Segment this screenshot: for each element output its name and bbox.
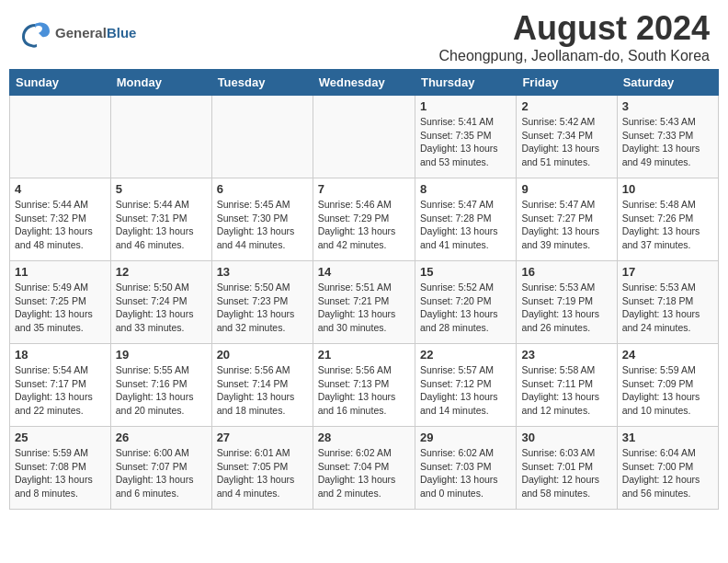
header-wednesday: Wednesday <box>313 70 415 96</box>
table-row: 14Sunrise: 5:51 AMSunset: 7:21 PMDayligh… <box>313 261 415 344</box>
day-info: Sunrise: 6:03 AMSunset: 7:01 PMDaylight:… <box>521 446 611 500</box>
day-info: Sunrise: 6:02 AMSunset: 7:03 PMDaylight:… <box>420 446 511 500</box>
table-row: 11Sunrise: 5:49 AMSunset: 7:25 PMDayligh… <box>10 261 111 344</box>
day-number: 3 <box>622 99 713 113</box>
day-number: 5 <box>116 182 207 196</box>
day-number: 9 <box>521 182 611 196</box>
day-info: Sunrise: 5:48 AMSunset: 7:26 PMDaylight:… <box>622 198 713 252</box>
day-info: Sunrise: 5:42 AMSunset: 7:34 PMDaylight:… <box>521 115 611 169</box>
day-number: 2 <box>521 99 611 113</box>
day-number: 10 <box>622 182 713 196</box>
day-info: Sunrise: 5:49 AMSunset: 7:25 PMDaylight:… <box>15 281 106 335</box>
day-info: Sunrise: 5:50 AMSunset: 7:23 PMDaylight:… <box>217 281 308 335</box>
table-row: 9Sunrise: 5:47 AMSunset: 7:27 PMDaylight… <box>517 178 617 261</box>
day-info: Sunrise: 5:44 AMSunset: 7:32 PMDaylight:… <box>15 198 106 252</box>
table-row <box>110 96 211 178</box>
day-number: 13 <box>217 265 308 279</box>
table-row: 18Sunrise: 5:54 AMSunset: 7:17 PMDayligh… <box>10 344 111 427</box>
table-row: 10Sunrise: 5:48 AMSunset: 7:26 PMDayligh… <box>617 178 718 261</box>
day-number: 25 <box>15 431 106 444</box>
table-row <box>313 96 415 178</box>
table-row: 13Sunrise: 5:50 AMSunset: 7:23 PMDayligh… <box>211 261 313 344</box>
table-row <box>211 96 313 178</box>
header-monday: Monday <box>110 70 211 96</box>
week-row-5: 25Sunrise: 5:59 AMSunset: 7:08 PMDayligh… <box>10 427 719 510</box>
header: GeneralBlue August 2024 Cheongpung, Jeol… <box>0 0 728 69</box>
table-row: 2Sunrise: 5:42 AMSunset: 7:34 PMDaylight… <box>517 96 617 178</box>
header-thursday: Thursday <box>415 70 516 96</box>
day-number: 17 <box>622 265 713 279</box>
day-info: Sunrise: 5:56 AMSunset: 7:14 PMDaylight:… <box>217 363 308 418</box>
table-row: 12Sunrise: 5:50 AMSunset: 7:24 PMDayligh… <box>110 261 211 344</box>
day-number: 15 <box>420 265 511 279</box>
day-info: Sunrise: 5:58 AMSunset: 7:11 PMDaylight:… <box>521 363 611 418</box>
main-title: August 2024 <box>439 9 710 48</box>
day-number: 16 <box>521 265 611 279</box>
logo-blue-text: Blue <box>107 25 137 40</box>
day-info: Sunrise: 5:53 AMSunset: 7:19 PMDaylight:… <box>521 281 611 335</box>
logo-general-text: General <box>55 25 107 40</box>
table-row <box>10 96 111 178</box>
day-number: 24 <box>622 348 713 362</box>
day-number: 26 <box>116 431 207 444</box>
day-number: 28 <box>318 431 410 444</box>
table-row: 4Sunrise: 5:44 AMSunset: 7:32 PMDaylight… <box>10 178 111 261</box>
day-number: 20 <box>217 348 308 362</box>
day-info: Sunrise: 5:57 AMSunset: 7:12 PMDaylight:… <box>420 363 511 418</box>
day-info: Sunrise: 5:44 AMSunset: 7:31 PMDaylight:… <box>116 198 207 252</box>
day-info: Sunrise: 5:43 AMSunset: 7:33 PMDaylight:… <box>622 115 713 169</box>
title-section: August 2024 Cheongpung, Jeollanam-do, So… <box>439 9 710 64</box>
week-row-3: 11Sunrise: 5:49 AMSunset: 7:25 PMDayligh… <box>10 261 719 344</box>
day-info: Sunrise: 6:01 AMSunset: 7:05 PMDaylight:… <box>217 446 308 500</box>
table-row: 17Sunrise: 5:53 AMSunset: 7:18 PMDayligh… <box>617 261 718 344</box>
day-info: Sunrise: 5:51 AMSunset: 7:21 PMDaylight:… <box>318 281 410 335</box>
day-number: 14 <box>318 265 410 279</box>
subtitle: Cheongpung, Jeollanam-do, South Korea <box>439 48 710 64</box>
day-info: Sunrise: 5:56 AMSunset: 7:13 PMDaylight:… <box>318 363 410 418</box>
table-row: 1Sunrise: 5:41 AMSunset: 7:35 PMDaylight… <box>415 96 516 178</box>
logo: GeneralBlue <box>18 17 136 50</box>
week-row-2: 4Sunrise: 5:44 AMSunset: 7:32 PMDaylight… <box>10 178 719 261</box>
day-info: Sunrise: 5:59 AMSunset: 7:08 PMDaylight:… <box>15 446 106 500</box>
page-container: GeneralBlue August 2024 Cheongpung, Jeol… <box>0 0 728 510</box>
week-row-1: 1Sunrise: 5:41 AMSunset: 7:35 PMDaylight… <box>10 96 719 178</box>
table-row: 30Sunrise: 6:03 AMSunset: 7:01 PMDayligh… <box>517 427 617 510</box>
day-info: Sunrise: 6:04 AMSunset: 7:00 PMDaylight:… <box>622 446 713 500</box>
header-saturday: Saturday <box>617 70 718 96</box>
header-sunday: Sunday <box>10 70 111 96</box>
table-row: 7Sunrise: 5:46 AMSunset: 7:29 PMDaylight… <box>313 178 415 261</box>
table-row: 8Sunrise: 5:47 AMSunset: 7:28 PMDaylight… <box>415 178 516 261</box>
week-row-4: 18Sunrise: 5:54 AMSunset: 7:17 PMDayligh… <box>10 344 719 427</box>
table-row: 21Sunrise: 5:56 AMSunset: 7:13 PMDayligh… <box>313 344 415 427</box>
table-row: 25Sunrise: 5:59 AMSunset: 7:08 PMDayligh… <box>10 427 111 510</box>
table-row: 31Sunrise: 6:04 AMSunset: 7:00 PMDayligh… <box>617 427 718 510</box>
day-number: 22 <box>420 348 511 362</box>
day-info: Sunrise: 5:47 AMSunset: 7:27 PMDaylight:… <box>521 198 611 252</box>
day-number: 30 <box>521 431 611 444</box>
table-row: 15Sunrise: 5:52 AMSunset: 7:20 PMDayligh… <box>415 261 516 344</box>
day-number: 29 <box>420 431 511 444</box>
day-number: 18 <box>15 348 106 362</box>
day-number: 6 <box>217 182 308 196</box>
day-info: Sunrise: 5:55 AMSunset: 7:16 PMDaylight:… <box>116 363 207 418</box>
day-info: Sunrise: 6:00 AMSunset: 7:07 PMDaylight:… <box>116 446 207 500</box>
day-info: Sunrise: 5:50 AMSunset: 7:24 PMDaylight:… <box>116 281 207 335</box>
day-info: Sunrise: 5:54 AMSunset: 7:17 PMDaylight:… <box>15 363 106 418</box>
header-tuesday: Tuesday <box>211 70 313 96</box>
table-row: 16Sunrise: 5:53 AMSunset: 7:19 PMDayligh… <box>517 261 617 344</box>
day-info: Sunrise: 5:47 AMSunset: 7:28 PMDaylight:… <box>420 198 511 252</box>
day-info: Sunrise: 5:46 AMSunset: 7:29 PMDaylight:… <box>318 198 410 252</box>
header-friday: Friday <box>517 70 617 96</box>
day-info: Sunrise: 5:41 AMSunset: 7:35 PMDaylight:… <box>420 115 511 169</box>
table-row: 26Sunrise: 6:00 AMSunset: 7:07 PMDayligh… <box>110 427 211 510</box>
day-number: 8 <box>420 182 511 196</box>
calendar-table: Sunday Monday Tuesday Wednesday Thursday… <box>9 69 719 510</box>
table-row: 3Sunrise: 5:43 AMSunset: 7:33 PMDaylight… <box>617 96 718 178</box>
table-row: 24Sunrise: 5:59 AMSunset: 7:09 PMDayligh… <box>617 344 718 427</box>
table-row: 29Sunrise: 6:02 AMSunset: 7:03 PMDayligh… <box>415 427 516 510</box>
table-row: 27Sunrise: 6:01 AMSunset: 7:05 PMDayligh… <box>211 427 313 510</box>
table-row: 28Sunrise: 6:02 AMSunset: 7:04 PMDayligh… <box>313 427 415 510</box>
day-number: 4 <box>15 182 106 196</box>
day-number: 31 <box>622 431 713 444</box>
table-row: 23Sunrise: 5:58 AMSunset: 7:11 PMDayligh… <box>517 344 617 427</box>
